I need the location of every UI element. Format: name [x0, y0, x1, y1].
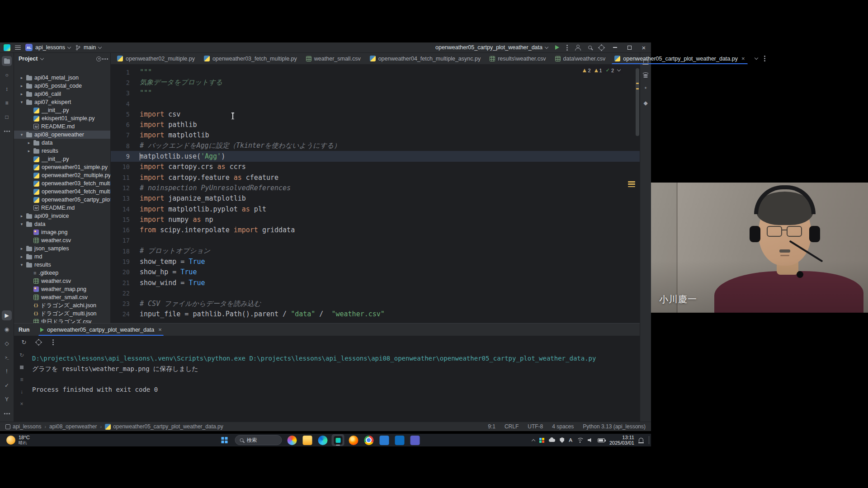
- status-widget[interactable]: 4 spaces: [552, 423, 574, 430]
- tree-item[interactable]: openweather02_multiple.py: [14, 171, 110, 179]
- tree-item[interactable]: ▾api08_openweather: [14, 131, 110, 139]
- tree-item[interactable]: MREADME.md: [14, 122, 110, 131]
- code-line[interactable]: 21show_wind = True: [111, 277, 640, 288]
- widgets-icon[interactable]: [539, 438, 544, 443]
- code-editor[interactable]: 1"""2気象データをプロットする3"""45import csv6import…: [111, 65, 640, 323]
- code-line[interactable]: 2気象データをプロットする: [111, 77, 640, 88]
- tree-item[interactable]: ▸json_samples: [14, 244, 110, 253]
- code-line[interactable]: 24input_file = pathlib.Path().parent / "…: [111, 309, 640, 319]
- weather-widget[interactable]: 18°C 晴れ: [4, 434, 33, 446]
- code-line[interactable]: 17: [111, 235, 640, 246]
- tree-item[interactable]: ▸md: [14, 253, 110, 261]
- breadcrumb-item[interactable]: openweather05_cartpy_plot_weather_data.p…: [105, 423, 223, 430]
- tool-window-button-services[interactable]: □: [2, 112, 12, 122]
- taskbar-app-firefox[interactable]: [347, 434, 360, 446]
- tool-window-button-database[interactable]: [641, 70, 651, 80]
- tool-window-button-plugins[interactable]: ◆: [641, 98, 651, 108]
- warning-inspection-badge[interactable]: 2: [583, 68, 590, 73]
- editor-tab[interactable]: results\weather.csv: [485, 53, 550, 64]
- tool-window-button-todo[interactable]: ✓: [2, 380, 12, 390]
- tool-window-button-vcs[interactable]: Y: [2, 394, 12, 404]
- wifi-icon[interactable]: [577, 438, 583, 443]
- project-panel-title[interactable]: Project: [19, 56, 38, 62]
- tray-overflow-chevron-icon[interactable]: [532, 439, 535, 442]
- clear-console-icon[interactable]: ×: [18, 400, 25, 408]
- tree-item[interactable]: ekispert01_simple.py: [14, 114, 110, 122]
- tool-window-button-more-bottom[interactable]: [2, 408, 12, 418]
- run-configuration-selector[interactable]: openweather05_cartpy_plot_weather_data: [435, 44, 548, 51]
- tree-item[interactable]: openweather03_fetch_multiple.py: [14, 179, 110, 188]
- editor-tab[interactable]: openweather05_cartpy_plot_weather_data.p…: [610, 53, 749, 64]
- tree-item[interactable]: ▸api04_metal_json: [14, 74, 110, 82]
- status-widget[interactable]: UTF-8: [528, 423, 543, 430]
- code-line[interactable]: 8# バックエンドをAggに設定（Tkinterを使わないようにする）: [111, 141, 640, 151]
- project-widget[interactable]: AL api_lessons: [25, 44, 71, 51]
- tree-item[interactable]: weather_small.csv: [14, 293, 110, 301]
- tree-item[interactable]: weather_map.png: [14, 285, 110, 293]
- code-line[interactable]: 13import japanize_matplotlib: [111, 193, 640, 204]
- chevron-expanded-icon[interactable]: ▾: [19, 263, 24, 267]
- tool-window-button-commit[interactable]: ○: [2, 70, 12, 80]
- tree-item[interactable]: weather.csv: [14, 277, 110, 285]
- floating-menu-icon[interactable]: [628, 181, 635, 187]
- chevron-collapsed-icon[interactable]: ▸: [27, 149, 31, 153]
- tree-item[interactable]: 中日ドラゴンズ.csv: [14, 318, 110, 323]
- code-line[interactable]: 7import matplotlib: [111, 130, 640, 141]
- code-line[interactable]: 18# プロットオプション: [111, 246, 640, 256]
- tree-item[interactable]: __init__.py: [14, 106, 110, 114]
- breadcrumb-item[interactable]: api08_openweather: [49, 423, 97, 430]
- tree-item[interactable]: ≡.gitkeep: [14, 269, 110, 277]
- notifications-bell-icon[interactable]: [639, 439, 643, 442]
- project-panel-options-icon[interactable]: [104, 58, 106, 60]
- profile-icon[interactable]: [575, 45, 581, 51]
- chevron-collapsed-icon[interactable]: ▸: [19, 214, 24, 218]
- code-line[interactable]: 4: [111, 99, 640, 109]
- chevron-collapsed-icon[interactable]: ▸: [27, 141, 31, 145]
- status-widget[interactable]: CRLF: [505, 423, 519, 430]
- editor-scrollbar[interactable]: [636, 68, 639, 136]
- chevron-expanded-icon[interactable]: ▾: [19, 132, 24, 137]
- code-line[interactable]: 12# noinspection PyUnresolvedReferences: [111, 183, 640, 193]
- ime-indicator[interactable]: A: [569, 437, 572, 443]
- editor-tab[interactable]: openweather04_fetch_multiple_async.py: [365, 53, 486, 64]
- tool-window-button-python-packages[interactable]: ◇: [2, 338, 12, 348]
- tool-window-button-problems[interactable]: !: [2, 366, 12, 376]
- code-line[interactable]: 6import pathlib: [111, 119, 640, 130]
- security-shield-icon[interactable]: [560, 437, 564, 443]
- search-everywhere-icon[interactable]: [588, 46, 592, 49]
- maximize-button[interactable]: [626, 44, 633, 51]
- chevron-collapsed-icon[interactable]: ▸: [19, 75, 24, 80]
- tree-item[interactable]: ▸results: [14, 147, 110, 155]
- editor-tab[interactable]: data\weather.csv: [551, 53, 610, 64]
- rerun-icon[interactable]: ↻: [18, 352, 25, 359]
- run-console[interactable]: D:\projects\lessons\api_lessons\.venv\Sc…: [29, 348, 640, 422]
- run-tab[interactable]: openweather05_cartpy_plot_weather_data ×: [36, 324, 166, 336]
- code-line[interactable]: 9matplotlib.use('Agg'): [111, 151, 640, 161]
- run-tab-close-icon[interactable]: ×: [158, 326, 162, 333]
- rerun-icon[interactable]: ↻: [20, 338, 28, 346]
- show-desktop-button[interactable]: [649, 436, 649, 444]
- code-line[interactable]: 16from scipy.interpolate import griddata: [111, 225, 640, 235]
- tree-item[interactable]: openweather05_cartpy_plot_weather_data.p…: [14, 196, 110, 204]
- code-line[interactable]: 19show_temp = True: [111, 256, 640, 267]
- ok-inspection-badge[interactable]: ✓2: [606, 67, 614, 73]
- code-line[interactable]: 22: [111, 288, 640, 298]
- battery-icon[interactable]: [598, 438, 605, 442]
- close-button[interactable]: ×: [640, 44, 647, 51]
- status-widget[interactable]: Python 3.13 (api_lessons): [583, 423, 646, 430]
- taskbar-app-file-explorer[interactable]: [301, 434, 314, 446]
- editor-tab[interactable]: weather_small.csv: [302, 53, 365, 64]
- run-tool-window-title[interactable]: Run: [19, 327, 29, 333]
- tree-item[interactable]: ▸data: [14, 139, 110, 147]
- tool-window-button-pull-requests[interactable]: ↕: [2, 84, 12, 94]
- tree-item[interactable]: image.png: [14, 228, 110, 236]
- soft-wrap-icon[interactable]: ≡: [18, 376, 25, 383]
- start-button[interactable]: [218, 434, 231, 446]
- chevron-expanded-icon[interactable]: ▾: [19, 222, 24, 226]
- code-line[interactable]: 1""": [111, 67, 640, 77]
- code-line[interactable]: 3""": [111, 88, 640, 99]
- taskbar-app-edge[interactable]: [316, 434, 329, 446]
- onedrive-icon[interactable]: [549, 439, 555, 442]
- editor-tab[interactable]: openweather03_fetch_multiple.py: [199, 53, 302, 64]
- tree-item[interactable]: {}ドラゴンズ_aichi.json: [14, 301, 110, 310]
